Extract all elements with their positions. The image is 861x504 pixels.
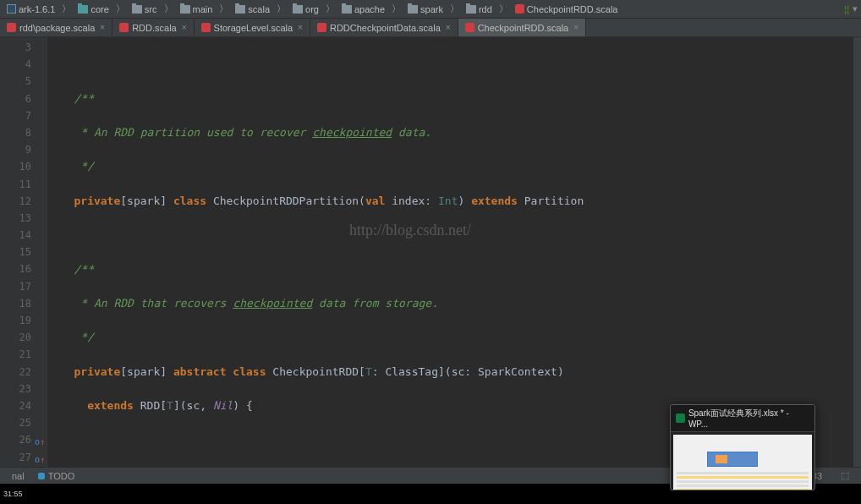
scala-file-icon bbox=[201, 23, 211, 32]
folder-icon bbox=[342, 5, 352, 14]
scala-file-icon bbox=[119, 23, 129, 32]
toolwindow-todo[interactable]: TODO bbox=[31, 471, 82, 481]
dropdown-icon[interactable]: ▾ bbox=[853, 3, 858, 14]
make-icon[interactable]: ¦¦ bbox=[844, 4, 849, 14]
scala-file-icon bbox=[515, 4, 524, 14]
breadcrumb-item[interactable]: org bbox=[289, 4, 322, 14]
chevron-right-icon: 〉 bbox=[322, 3, 338, 15]
breadcrumb-item[interactable]: main bbox=[177, 4, 217, 14]
close-icon[interactable]: × bbox=[446, 23, 451, 32]
scala-file-icon bbox=[7, 23, 16, 32]
preview-title: Spark面试经典系列.xlsx * - WP... bbox=[671, 405, 814, 432]
clock: 31:55 bbox=[3, 490, 23, 498]
chevron-right-icon: 〉 bbox=[112, 3, 129, 15]
close-icon[interactable]: × bbox=[100, 23, 105, 32]
scala-file-icon bbox=[317, 23, 326, 32]
folder-icon bbox=[132, 5, 142, 14]
scala-file-icon bbox=[465, 23, 474, 32]
scrollbar[interactable] bbox=[853, 37, 861, 470]
preview-thumbnail bbox=[673, 435, 812, 490]
tab-checkpointrdd[interactable]: CheckpointRDD.scala× bbox=[458, 19, 586, 36]
breadcrumb-bar: ark-1.6.1 〉 core 〉 src 〉 main 〉 scala 〉 … bbox=[0, 0, 861, 19]
tab-package[interactable]: rdd\package.scala× bbox=[0, 19, 112, 36]
breadcrumb-item[interactable]: src bbox=[129, 4, 161, 14]
toolwindow-terminal[interactable]: nal bbox=[5, 471, 31, 481]
breadcrumb-item[interactable]: core bbox=[74, 4, 112, 14]
close-icon[interactable]: × bbox=[573, 23, 579, 32]
chevron-right-icon: 〉 bbox=[447, 3, 463, 15]
taskbar-preview[interactable]: Spark面试经典系列.xlsx * - WP... bbox=[670, 404, 815, 490]
chevron-right-icon: 〉 bbox=[58, 3, 74, 15]
folder-icon bbox=[235, 5, 245, 14]
breadcrumb-item[interactable]: scala bbox=[232, 4, 273, 14]
status-indicator[interactable]: ⬚ bbox=[834, 470, 856, 481]
folder-icon bbox=[408, 5, 418, 14]
line-gutter: 3456789101112131415161718192021222324252… bbox=[0, 37, 47, 470]
tab-rdd[interactable]: RDD.scala× bbox=[112, 19, 194, 36]
folder-icon bbox=[293, 5, 303, 14]
module-icon bbox=[7, 4, 16, 14]
breadcrumb-item[interactable]: rdd bbox=[463, 4, 496, 14]
close-icon[interactable]: × bbox=[298, 23, 303, 32]
todo-icon bbox=[38, 473, 45, 479]
editor-tabs: rdd\package.scala× RDD.scala× StorageLev… bbox=[0, 19, 861, 37]
chevron-right-icon: 〉 bbox=[216, 3, 232, 15]
excel-icon bbox=[676, 414, 685, 423]
chevron-right-icon: 〉 bbox=[161, 3, 177, 15]
breadcrumb-item[interactable]: spark bbox=[404, 4, 447, 14]
close-icon[interactable]: × bbox=[182, 23, 187, 32]
module-icon bbox=[78, 5, 88, 14]
tab-storagelevel[interactable]: StorageLevel.scala× bbox=[195, 19, 310, 36]
breadcrumb-item[interactable]: ark-1.6.1 bbox=[3, 4, 58, 14]
toolbar-right: ¦¦ ▾ bbox=[844, 3, 858, 14]
chevron-right-icon: 〉 bbox=[388, 3, 404, 15]
folder-icon bbox=[180, 5, 190, 14]
breadcrumb-item[interactable]: CheckpointRDD.scala bbox=[512, 4, 622, 14]
folder-icon bbox=[466, 5, 476, 14]
tab-rddcheckpointdata[interactable]: RDDCheckpointData.scala× bbox=[310, 19, 458, 36]
chevron-right-icon: 〉 bbox=[496, 3, 512, 15]
chevron-right-icon: 〉 bbox=[273, 3, 289, 15]
breadcrumb-item[interactable]: apache bbox=[338, 4, 388, 14]
